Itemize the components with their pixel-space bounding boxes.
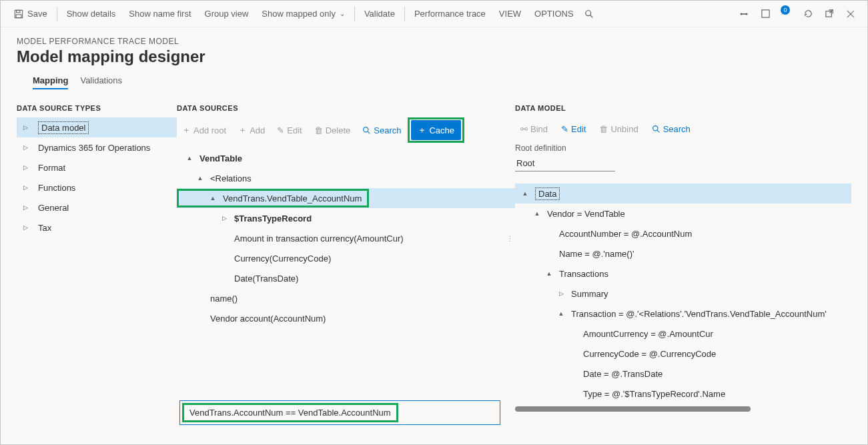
dm-node-date[interactable]: Date = @.TransDate	[515, 364, 851, 384]
horizontal-scrollbar[interactable]	[515, 406, 751, 412]
ds-node-date[interactable]: Date(TransDate)	[177, 268, 515, 288]
ds-node-name[interactable]: name()	[177, 288, 515, 308]
dm-node-amountcurrency[interactable]: AmountCurrency = @.AmountCur	[515, 324, 851, 344]
dm-node-data[interactable]: ▲Data	[515, 183, 851, 203]
tab-validations[interactable]: Validations	[80, 71, 122, 89]
section-title: DATA SOURCES	[177, 104, 515, 112]
trash-icon: 🗑	[599, 124, 608, 134]
edit-button[interactable]: ✎Edit	[556, 121, 591, 137]
type-item-general[interactable]: ▷General	[17, 197, 177, 217]
cache-button[interactable]: ＋Cache	[411, 120, 461, 140]
caret-right-icon: ▷	[23, 184, 30, 191]
save-button[interactable]: Save	[7, 2, 54, 26]
caret-right-icon: ▷	[23, 204, 30, 211]
office-button[interactable]	[759, 8, 771, 20]
plus-icon: ＋	[238, 124, 247, 136]
main-toolbar: Save Show details Show name first Group …	[1, 1, 867, 27]
show-details-button[interactable]: Show details	[60, 2, 123, 26]
show-mapped-only-dropdown[interactable]: Show mapped only ⌄	[255, 2, 352, 26]
ds-node-vendtrans-accountnum[interactable]: ▲VendTrans.VendTable_AccountNum	[177, 188, 515, 208]
performance-trace-button[interactable]: Performance trace	[408, 2, 492, 26]
caret-right-icon: ▷	[23, 124, 30, 131]
pencil-icon: ✎	[277, 125, 284, 135]
edit-button[interactable]: ✎Edit	[272, 123, 307, 138]
trash-icon: 🗑	[314, 125, 323, 135]
search-button[interactable]: Search	[646, 121, 696, 137]
dm-node-name[interactable]: Name = @.'name()'	[515, 244, 851, 264]
toolbar-search-button[interactable]	[580, 2, 598, 26]
add-button[interactable]: ＋Add	[233, 121, 270, 139]
caret-down-icon: ▲	[522, 190, 528, 197]
dm-node-vendor[interactable]: ▲Vendor = VendTable	[515, 203, 851, 224]
ds-node-transtype[interactable]: ▷$TransTypeRecord	[177, 208, 515, 228]
data-model-panel: DATA MODEL ⚯Bind ✎Edit 🗑Unbind Search Ro…	[515, 104, 851, 432]
ds-node-amount[interactable]: Amount in transaction currency(AmountCur…	[177, 228, 515, 248]
plus-icon: ＋	[418, 124, 426, 136]
search-icon	[652, 125, 661, 133]
plus-icon: ＋	[182, 124, 191, 136]
type-item-data-model[interactable]: ▷Data model	[17, 117, 177, 137]
toolbar-separator	[404, 7, 405, 21]
caret-down-icon: ▲	[558, 310, 564, 317]
ds-node-currency[interactable]: Currency(CurrencyCode)	[177, 248, 515, 268]
options-button[interactable]: OPTIONS	[528, 2, 580, 26]
data-sources-actions: ＋Add root ＋Add ✎Edit 🗑Delete Search ＋Cac…	[177, 117, 515, 143]
connect-button[interactable]	[738, 8, 750, 20]
ds-node-vendtable[interactable]: ▲VendTable	[177, 148, 515, 168]
search-icon	[362, 126, 371, 135]
selection-highlight: ▲VendTrans.VendTable_AccountNum	[177, 189, 369, 207]
toolbar-separator	[57, 7, 57, 21]
dm-node-accountnumber[interactable]: AccountNumber = @.AccountNum	[515, 224, 851, 244]
expression-field[interactable]: VendTrans.AccountNum == VendTable.Accoun…	[179, 400, 500, 425]
unbind-button[interactable]: 🗑Unbind	[594, 121, 643, 137]
view-button[interactable]: VIEW	[492, 2, 528, 26]
type-item-format[interactable]: ▷Format	[17, 157, 177, 177]
add-root-button[interactable]: ＋Add root	[177, 121, 232, 139]
svg-line-13	[368, 131, 370, 133]
data-sources-tree: ▲VendTable ▲<Relations ▲VendTrans.VendTa…	[177, 148, 515, 328]
refresh-button[interactable]	[802, 8, 814, 20]
caret-right-icon: ▷	[221, 215, 228, 221]
delete-button[interactable]: 🗑Delete	[309, 123, 356, 138]
caret-down-icon: ▲	[197, 175, 203, 181]
svg-point-3	[585, 10, 590, 15]
splitter-handle[interactable]: ⋮	[506, 235, 514, 244]
dm-node-summary[interactable]: ▷Summary	[515, 284, 851, 304]
ds-node-relations[interactable]: ▲<Relations	[177, 168, 515, 188]
type-item-functions[interactable]: ▷Functions	[17, 177, 177, 197]
ds-node-vendor-account[interactable]: Vendor account(AccountNum)	[177, 308, 515, 328]
dm-node-currencycode[interactable]: CurrencyCode = @.CurrencyCode	[515, 344, 851, 364]
pencil-icon: ✎	[561, 124, 568, 134]
close-button[interactable]	[845, 8, 857, 20]
cache-highlight: ＋Cache	[408, 117, 464, 143]
data-model-actions: ⚯Bind ✎Edit 🗑Unbind Search	[515, 121, 851, 137]
group-view-button[interactable]: Group view	[198, 2, 256, 26]
dm-node-transactions[interactable]: ▲Transactions	[515, 264, 851, 284]
svg-rect-1	[17, 10, 20, 13]
page-tabs: Mapping Validations	[17, 71, 851, 89]
caret-down-icon: ▲	[534, 210, 540, 217]
svg-point-12	[364, 127, 368, 131]
link-icon: ⚯	[520, 124, 528, 134]
type-item-dynamics365[interactable]: ▷Dynamics 365 for Operations	[17, 137, 177, 157]
type-item-tax[interactable]: ▷Tax	[17, 217, 177, 238]
search-icon	[584, 9, 594, 19]
svg-rect-7	[742, 13, 746, 15]
validate-button[interactable]: Validate	[358, 2, 402, 26]
root-def-field[interactable]: Root	[515, 155, 615, 171]
caret-down-icon: ▲	[209, 195, 216, 201]
section-title: DATA MODEL	[515, 104, 851, 112]
tab-mapping[interactable]: Mapping	[33, 71, 68, 89]
dm-node-type[interactable]: Type = @.'$TransTypeRecord'.Name	[515, 384, 851, 404]
dm-node-transaction[interactable]: ▲Transaction = @.'<Relations'.'VendTrans…	[515, 304, 851, 324]
attachments-button[interactable]: 0	[781, 8, 793, 20]
search-button[interactable]: Search	[357, 123, 406, 138]
breadcrumb: MODEL PERFORMANCE TRACE MODEL	[17, 37, 851, 46]
bind-button[interactable]: ⚯Bind	[515, 121, 553, 137]
popout-button[interactable]	[823, 8, 835, 20]
caret-down-icon: ▲	[546, 270, 552, 277]
save-label: Save	[27, 9, 47, 19]
caret-right-icon: ▷	[23, 164, 30, 171]
data-sources-panel: DATA SOURCES ＋Add root ＋Add ✎Edit 🗑Delet…	[177, 104, 515, 432]
show-name-first-button[interactable]: Show name first	[122, 2, 197, 26]
